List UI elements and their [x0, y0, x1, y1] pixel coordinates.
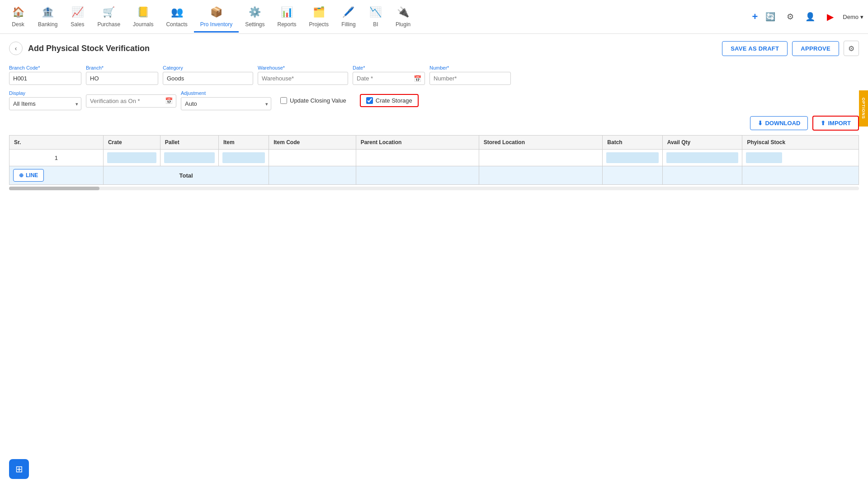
demo-label: Demo — [843, 14, 859, 20]
calendar-icon[interactable]: 📅 — [414, 75, 421, 82]
nav-label-pro-inventory: Pro Inventory — [200, 21, 232, 28]
date-group: Date* 📅 — [353, 65, 425, 85]
add-icon[interactable]: + — [752, 11, 758, 23]
verification-input[interactable] — [86, 94, 176, 108]
nav-right: + 🔄 ⚙ 👤 ▶ Demo ▾ — [752, 9, 863, 24]
nav-label-filling: Filling — [341, 21, 355, 28]
nav-item-journals[interactable]: 📒 Journals — [127, 1, 160, 33]
nav-label-bi: BI — [373, 21, 378, 28]
nav-sync-icon[interactable]: 🔄 — [763, 9, 778, 24]
update-closing-checkbox[interactable] — [280, 97, 287, 104]
nav-item-banking[interactable]: 🏦 Banking — [32, 1, 64, 33]
form-settings-button[interactable]: ⚙ — [844, 41, 859, 56]
col-pallet: Pallet — [160, 136, 218, 150]
cell-avail-qty[interactable] — [662, 150, 742, 166]
nav-item-bi[interactable]: 📉 BI — [362, 1, 389, 33]
nav-label-contacts: Contacts — [166, 21, 187, 28]
table-scrollbar-track[interactable] — [9, 187, 859, 190]
form-settings-icon: ⚙ — [848, 44, 854, 53]
back-button[interactable]: ‹ — [9, 42, 23, 55]
nav-label-banking: Banking — [38, 21, 57, 28]
nav-item-settings[interactable]: ⚙️ Settings — [239, 1, 271, 33]
verification-input-wrapper: 📅 — [86, 94, 176, 108]
total-empty-1 — [269, 166, 356, 185]
number-input[interactable] — [429, 72, 511, 85]
demo-button[interactable]: Demo ▾ — [843, 14, 863, 20]
nav-gear-icon[interactable]: ⚙ — [783, 9, 797, 24]
cell-physical-stock[interactable] — [742, 150, 859, 166]
cell-parent-location — [356, 150, 479, 166]
projects-icon: 🗂️ — [311, 5, 326, 19]
crate-storage-checkbox[interactable] — [366, 97, 373, 104]
nav-user-icon[interactable]: 👤 — [803, 9, 817, 24]
nav-label-purchase: Purchase — [97, 21, 120, 28]
display-select[interactable]: All Items Selected Items — [9, 97, 81, 110]
actions-row: ⬇ DOWNLOAD ⬆ IMPORT — [9, 116, 859, 131]
page-content: ‹ Add Physical Stock Verification SAVE A… — [0, 34, 868, 197]
filling-icon: 🖊️ — [341, 5, 356, 19]
adjustment-label: Adjustment — [181, 90, 271, 96]
total-empty-5 — [662, 166, 742, 185]
warehouse-input[interactable] — [258, 72, 348, 85]
nav-item-purchase[interactable]: 🛒 Purchase — [91, 1, 127, 33]
approve-button[interactable]: APPROVE — [792, 41, 839, 56]
table-body: 1 ⊕ LINE — [9, 150, 859, 185]
crate-storage-box[interactable]: Crate Storage — [360, 94, 419, 107]
total-add-cell[interactable]: ⊕ LINE — [9, 166, 104, 185]
total-empty-2 — [356, 166, 479, 185]
settings-nav-icon: ⚙️ — [248, 5, 262, 19]
branch-code-group: Branch Code* — [9, 65, 81, 85]
cell-pallet[interactable] — [160, 150, 218, 166]
category-input[interactable] — [163, 72, 253, 85]
nav-item-contacts[interactable]: 👥 Contacts — [160, 1, 193, 33]
save-draft-button[interactable]: SAVE AS DRAFT — [722, 41, 788, 56]
warehouse-label: Warehouse* — [258, 65, 348, 70]
nav-label-journals: Journals — [133, 21, 153, 28]
col-stored-location: Stored Location — [479, 136, 603, 150]
branch-group: Branch* — [86, 65, 158, 85]
form-row-1: Branch Code* Branch* Category Warehouse*… — [9, 65, 859, 85]
page-header-right: SAVE AS DRAFT APPROVE ⚙ — [722, 41, 859, 56]
nav-item-desk[interactable]: 🏠 Desk — [5, 1, 32, 33]
table-total-row: ⊕ LINE Total — [9, 166, 859, 185]
nav-item-pro-inventory[interactable]: 📦 Pro Inventory — [194, 1, 239, 33]
nav-item-projects[interactable]: 🗂️ Projects — [303, 1, 335, 33]
import-button[interactable]: ⬆ IMPORT — [812, 116, 859, 131]
download-button[interactable]: ⬇ DOWNLOAD — [750, 116, 808, 130]
total-empty-3 — [479, 166, 603, 185]
nav-label-sales: Sales — [71, 21, 84, 28]
add-line-button[interactable]: ⊕ LINE — [13, 169, 44, 182]
adjustment-select[interactable]: Auto Manual — [181, 97, 271, 110]
nav-label-reports: Reports — [278, 21, 297, 28]
date-label: Date* — [353, 65, 425, 70]
nav-label-projects: Projects — [309, 21, 329, 28]
sidebar-options-label: OPTIONS — [861, 98, 866, 119]
verification-group: 📅 — [86, 94, 176, 108]
cell-batch[interactable] — [603, 150, 662, 166]
sales-icon: 📈 — [70, 5, 85, 19]
nav-item-filling[interactable]: 🖊️ Filling — [335, 1, 362, 33]
add-line-label: LINE — [26, 172, 38, 178]
cell-crate[interactable] — [103, 150, 160, 166]
update-closing-label: Update Closing Value — [290, 97, 346, 104]
back-arrow-icon: ‹ — [15, 45, 17, 52]
verification-calendar-icon[interactable]: 📅 — [165, 97, 173, 104]
table-scrollbar-thumb[interactable] — [9, 187, 99, 190]
adjustment-select-wrapper: Auto Manual — [181, 97, 271, 110]
branch-code-input[interactable] — [9, 72, 81, 85]
sidebar-options-tab[interactable]: OPTIONS — [859, 90, 868, 127]
table-scroll: Sr. Crate Pallet Item Item Code Parent L… — [9, 135, 859, 190]
contacts-icon: 👥 — [170, 5, 184, 19]
form-row-2: Display All Items Selected Items 📅 Adjus… — [9, 90, 859, 110]
cell-item[interactable] — [218, 150, 269, 166]
youtube-icon[interactable]: ▶ — [823, 9, 837, 24]
pro-inventory-icon: 📦 — [209, 5, 223, 19]
nav-item-sales[interactable]: 📈 Sales — [64, 1, 91, 33]
category-group: Category — [163, 65, 253, 85]
branch-input[interactable] — [86, 72, 158, 85]
nav-label-plugin: Plugin — [396, 21, 410, 28]
col-sr: Sr. — [9, 136, 104, 150]
nav-item-reports[interactable]: 📊 Reports — [271, 1, 303, 33]
nav-item-plugin[interactable]: 🔌 Plugin — [389, 1, 417, 33]
nav-label-settings: Settings — [245, 21, 264, 28]
